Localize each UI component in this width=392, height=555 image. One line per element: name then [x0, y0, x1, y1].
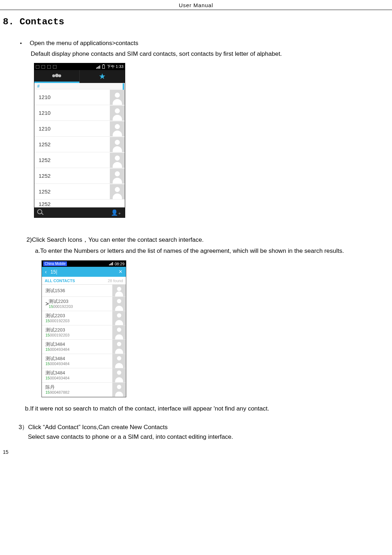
- index-section-header: #: [34, 83, 125, 89]
- paragraph: Select save contacts to phone or a a SIM…: [0, 431, 392, 441]
- tab-contacts[interactable]: [34, 70, 80, 83]
- contact-row[interactable]: 1252: [34, 168, 125, 184]
- tab-favorites[interactable]: ★: [80, 70, 125, 83]
- bullet-text: Open the menu of applications>contacts: [30, 39, 138, 47]
- found-count: 28 found: [108, 279, 123, 283]
- paragraph: 2)Click Search Icons，You can enter the c…: [0, 218, 392, 244]
- avatar-icon: [112, 311, 126, 325]
- contact-phone: 15000493484: [45, 347, 69, 352]
- paragraph: 3）Click “Add Contact” Icons,Can create N…: [0, 412, 392, 431]
- contact-list: 1210 1210 1210 1252 1252 1252 1252 1252: [34, 89, 125, 207]
- contact-row[interactable]: 1210: [34, 105, 125, 121]
- paragraph: Default display phone contacts and SIM c…: [0, 47, 392, 58]
- section-title: 8. Contacts: [0, 10, 392, 27]
- contact-name: 测试3484: [45, 356, 69, 361]
- status-icon: [53, 65, 57, 69]
- battery-icon: [102, 65, 105, 69]
- contact-row[interactable]: 1252: [34, 137, 125, 152]
- avatar-icon: [110, 90, 125, 105]
- contact-row[interactable]: 测试220315000192203: [42, 325, 126, 340]
- contact-name: 测试2203: [45, 313, 69, 318]
- contact-name: 1210: [39, 110, 50, 116]
- search-bar: ‹ 15 ×: [42, 267, 126, 277]
- status-icon: [36, 65, 39, 69]
- contact-row[interactable]: 测试348415000493484: [42, 368, 126, 383]
- contact-row[interactable]: 1210: [34, 89, 125, 105]
- search-icon: [37, 209, 42, 214]
- contact-phone: 15900487882: [45, 390, 69, 395]
- contact-phone: 15000192203: [45, 318, 69, 323]
- avatar-icon: [112, 383, 126, 397]
- status-time: 下午 1:33: [107, 64, 123, 69]
- tab-bar: ★: [34, 70, 125, 83]
- signal-icon: [109, 262, 113, 265]
- contact-row[interactable]: 测试220315000192203: [42, 311, 126, 325]
- contact-name: 测试3484: [45, 370, 69, 375]
- people-icon: [52, 74, 62, 79]
- paragraph: a.To enter the Numbers or letters and th…: [0, 244, 392, 255]
- page-header: User Manual: [0, 0, 392, 10]
- contact-phone: 15000192203: [45, 333, 69, 338]
- contact-row[interactable]: 1252: [34, 184, 125, 200]
- avatar-icon: [110, 153, 125, 168]
- status-bar: China Mobile 08:29: [42, 261, 126, 267]
- contact-name: 1252: [39, 201, 50, 207]
- search-result-list: 测试1536 >测试220315000192203 测试220315000192…: [42, 285, 126, 397]
- avatar-icon: [112, 354, 126, 368]
- star-icon: ★: [99, 72, 106, 81]
- page-number: 15: [0, 441, 392, 455]
- avatar-icon: [110, 137, 125, 152]
- status-icon: [41, 65, 45, 69]
- contact-row[interactable]: >测试220315000192203: [42, 297, 126, 311]
- bullet-dot: •: [20, 39, 30, 47]
- contact-name: 陈丹: [45, 385, 69, 390]
- search-button[interactable]: [34, 209, 107, 216]
- contact-row[interactable]: 测试348415000493484: [42, 340, 126, 354]
- filter-label[interactable]: ALL CONTACTS: [45, 279, 75, 283]
- avatar-icon: [112, 368, 126, 382]
- contact-name: 测试2203: [49, 299, 73, 304]
- contact-row[interactable]: 陈丹15900487882: [42, 383, 126, 397]
- contact-name: 1252: [39, 141, 50, 147]
- search-query-text: 15: [50, 269, 56, 275]
- contact-name: 1252: [39, 173, 50, 179]
- contact-row[interactable]: 1252: [34, 200, 125, 207]
- back-button[interactable]: ‹: [42, 269, 50, 275]
- contact-phone: 15000192203: [49, 304, 73, 309]
- status-time: 08:29: [114, 262, 124, 266]
- contact-name: 1210: [39, 126, 50, 132]
- contact-name: 测试1536: [45, 288, 65, 293]
- avatar-icon: [110, 105, 125, 121]
- signal-icon: [96, 65, 100, 69]
- bullet-item: • Open the menu of applications>contacts: [0, 27, 392, 47]
- clear-button[interactable]: ×: [115, 268, 126, 275]
- filter-bar: ALL CONTACTS 28 found: [42, 277, 126, 285]
- contact-row[interactable]: 1210: [34, 121, 125, 137]
- add-contact-button[interactable]: 👤₊: [107, 209, 125, 216]
- avatar-icon: [112, 297, 126, 311]
- screenshot-contacts-list: 下午 1:33 ★ # 1210 1210 1210 1252 1252 125…: [34, 63, 125, 218]
- contact-row[interactable]: 测试1536: [42, 285, 126, 297]
- contact-phone: 15000493484: [45, 361, 69, 366]
- avatar-icon: [110, 168, 125, 183]
- carrier-label: China Mobile: [43, 261, 67, 266]
- avatar-icon: [110, 121, 125, 136]
- bottom-bar: 👤₊: [34, 207, 125, 217]
- contact-row[interactable]: 测试348415000493484: [42, 354, 126, 368]
- contact-name: 测试3484: [45, 342, 69, 347]
- status-bar: 下午 1:33: [34, 63, 125, 70]
- contact-phone: 15000493484: [45, 375, 69, 380]
- status-icon: [47, 65, 51, 69]
- add-person-icon: 👤₊: [111, 210, 121, 216]
- contact-row[interactable]: 1252: [34, 152, 125, 168]
- avatar-icon: [110, 184, 125, 199]
- paragraph: b.If it were not so search to match of t…: [0, 397, 392, 412]
- contact-name: 1252: [39, 188, 50, 195]
- contact-name: 1210: [39, 94, 50, 100]
- avatar-icon: [112, 285, 126, 296]
- avatar-icon: [112, 340, 126, 354]
- screenshot-contact-search: China Mobile 08:29 ‹ 15 × ALL CONTACTS 2…: [41, 260, 126, 397]
- contact-name: 测试2203: [45, 328, 69, 333]
- avatar-icon: [112, 325, 126, 339]
- search-input[interactable]: 15: [50, 269, 115, 275]
